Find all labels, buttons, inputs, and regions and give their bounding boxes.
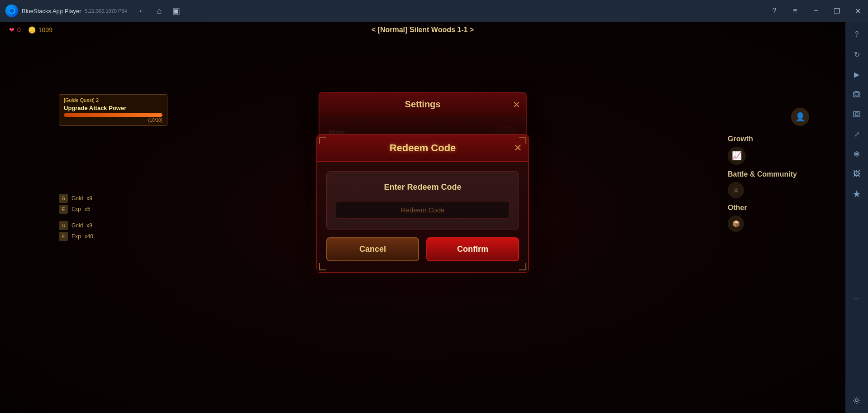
- gold-icon-2: G: [59, 221, 68, 230]
- exp-icon: E: [59, 205, 68, 214]
- quest-title: [Guide Quest] 2: [64, 97, 162, 103]
- list-item: E Exp x5: [59, 205, 93, 214]
- growth-title: Growth: [728, 135, 809, 143]
- help-button[interactable]: ?: [764, 0, 785, 22]
- video-button[interactable]: ▶: [848, 65, 866, 83]
- quest-progress-text: (10/10): [64, 118, 162, 123]
- minimize-button[interactable]: −: [806, 0, 826, 22]
- svg-rect-4: [855, 113, 858, 115]
- right-sidebar: ? ↻ ▶ ⤢ 🖼 …: [845, 22, 868, 413]
- window-controls: ? ≡ − ❐ ✕: [764, 0, 868, 22]
- list-item: G Gold x9: [59, 221, 93, 230]
- camera-button[interactable]: [848, 85, 866, 103]
- square-button[interactable]: ▣: [171, 4, 182, 18]
- svg-point-2: [855, 92, 858, 96]
- restore-button[interactable]: ❐: [826, 0, 847, 22]
- profile-icon: 👤: [791, 108, 809, 126]
- svg-point-6: [855, 153, 858, 155]
- titlebar-nav: ← ⌂ ▣: [136, 4, 182, 18]
- resize-button[interactable]: ⤢: [848, 125, 866, 143]
- loot-items: G Gold x9 E Exp x5 G Gold x9 E Exp x40: [59, 194, 93, 243]
- coins-count: 1099: [38, 26, 52, 34]
- heart-icon: ❤: [9, 26, 14, 34]
- boost-button[interactable]: [848, 185, 866, 203]
- confirm-button[interactable]: Confirm: [426, 237, 519, 261]
- redeem-input-label: Enter Redeem Code: [336, 182, 510, 192]
- loot-count-3: x40: [85, 233, 93, 240]
- redeem-body: Enter Redeem Code Cancel Confirm: [317, 162, 528, 272]
- svg-point-8: [855, 399, 858, 402]
- redeem-title: Redeem Code: [390, 142, 456, 154]
- growth-icon: 📈: [728, 147, 746, 165]
- more-button[interactable]: …: [848, 288, 866, 306]
- quest-name: Upgrade Attack Power: [64, 105, 162, 111]
- cancel-button[interactable]: Cancel: [326, 237, 419, 261]
- battle-section: Battle & Community ⚔: [728, 170, 809, 198]
- app-title: BlueStacks App Player: [22, 8, 81, 14]
- inner-corner-tr: [519, 137, 526, 144]
- loot-label: Exp: [72, 206, 81, 212]
- redeem-dialog: Redeem Code ✕ Enter Redeem Code Cancel C…: [316, 134, 529, 273]
- settings-title-bar: Settings ✕: [320, 93, 526, 116]
- hearts-display: ❤ 0: [9, 26, 21, 34]
- redeem-action-buttons: Cancel Confirm: [326, 237, 519, 263]
- back-button[interactable]: ←: [136, 5, 148, 18]
- game-right-panel: 👤 Growth 📈 Battle & Community ⚔ Other 📦: [728, 108, 809, 237]
- loot-count: x5: [85, 206, 91, 212]
- app-version: 5.21.300.1070 P64: [85, 8, 127, 14]
- menu-button[interactable]: ≡: [785, 0, 806, 22]
- other-title: Other: [728, 204, 809, 212]
- game-background: ❤ 0 🪙 1099 < [Normal] Silent Woods 1-1 >…: [0, 22, 845, 413]
- list-item: G Gold x9: [59, 194, 93, 203]
- inner-corner-br: [519, 263, 526, 270]
- hearts-count: 0: [17, 26, 21, 34]
- other-icon: 📦: [728, 216, 744, 232]
- titlebar: BlueStacks App Player 5.21.300.1070 P64 …: [0, 0, 868, 22]
- redeem-title-bar: Redeem Code ✕: [317, 135, 528, 162]
- coins-display: 🪙 1099: [28, 26, 52, 34]
- redeem-input-area: Enter Redeem Code: [326, 171, 519, 230]
- loot-label-3: Exp: [72, 233, 81, 240]
- redeem-code-input[interactable]: [336, 201, 510, 219]
- quest-area: [Guide Quest] 2 Upgrade Attack Power (10…: [59, 94, 167, 126]
- photo-button[interactable]: 🖼: [848, 165, 866, 183]
- home-button[interactable]: ⌂: [155, 5, 164, 18]
- settings-button[interactable]: [848, 391, 866, 409]
- svg-marker-7: [853, 190, 860, 197]
- list-item: E Exp x40: [59, 232, 93, 241]
- svg-rect-3: [854, 111, 860, 117]
- battle-icon: ⚔: [728, 182, 744, 198]
- question-button[interactable]: ?: [848, 25, 866, 43]
- inner-corner-tl: [319, 137, 326, 144]
- growth-section: Growth 📈: [728, 135, 809, 165]
- coin-icon: 🪙: [28, 26, 36, 34]
- quest-progress-fill: [64, 113, 162, 117]
- bluestacks-logo: [5, 5, 18, 17]
- loot-label-2: Gold: [72, 222, 83, 229]
- loot-label: Gold: [72, 195, 83, 202]
- battle-title: Battle & Community: [728, 170, 809, 178]
- close-button[interactable]: ✕: [847, 0, 868, 22]
- settings-title: Settings: [405, 99, 441, 109]
- settings-close-button[interactable]: ✕: [513, 99, 520, 110]
- loot-count-2: x9: [86, 222, 92, 229]
- game-hud: ❤ 0 🪙 1099 < [Normal] Silent Woods 1-1 >: [0, 26, 845, 34]
- screenshot-button[interactable]: [848, 105, 866, 123]
- exp-icon-2: E: [59, 232, 68, 241]
- stage-title: < [Normal] Silent Woods 1-1 >: [372, 26, 474, 34]
- other-section: Other 📦: [728, 204, 809, 232]
- quest-progress-bar: [64, 113, 162, 117]
- inner-corner-bl: [319, 263, 326, 270]
- loot-count: x9: [86, 195, 92, 202]
- gold-icon: G: [59, 194, 68, 203]
- rotate-button[interactable]: ↻: [848, 45, 866, 63]
- quest-box: [Guide Quest] 2 Upgrade Attack Power (10…: [59, 94, 167, 126]
- record-button[interactable]: [848, 145, 866, 163]
